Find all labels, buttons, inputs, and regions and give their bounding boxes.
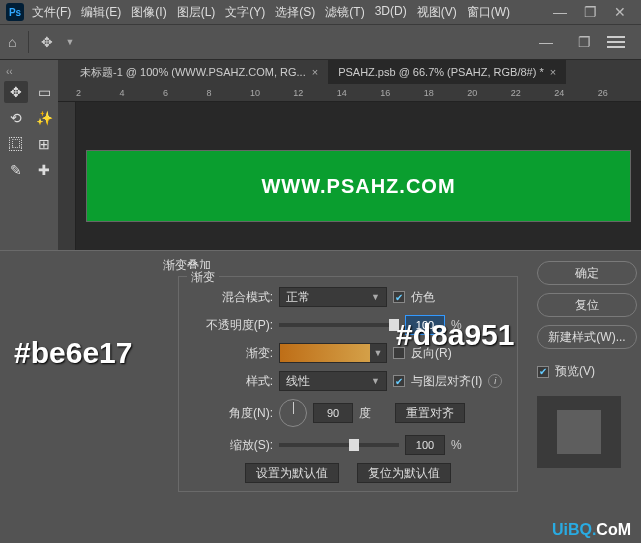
- move-tool[interactable]: ✥: [4, 81, 28, 103]
- new-style-button[interactable]: 新建样式(W)...: [537, 325, 637, 349]
- reset-default-button[interactable]: 复位为默认值: [357, 463, 451, 483]
- preview-label: 预览(V): [555, 363, 595, 380]
- menu-window[interactable]: 窗口(W): [467, 4, 510, 21]
- opacity-slider[interactable]: [279, 323, 399, 327]
- angle-input[interactable]: 90: [313, 403, 353, 423]
- minimize-button[interactable]: —: [545, 2, 575, 22]
- gradient-picker[interactable]: ▼: [279, 343, 387, 363]
- lasso-tool[interactable]: ⟲: [4, 107, 28, 129]
- collapse-icon[interactable]: ‹‹: [2, 64, 56, 79]
- maximize-button[interactable]: ❐: [575, 2, 605, 22]
- ruler-vertical: [58, 102, 76, 250]
- healing-tool[interactable]: ✚: [32, 159, 56, 181]
- cancel-button[interactable]: 复位: [537, 293, 637, 317]
- menu-bar: Ps 文件(F) 编辑(E) 图像(I) 图层(L) 文字(Y) 选择(S) 滤…: [0, 0, 641, 24]
- dither-label: 仿色: [411, 289, 435, 306]
- reverse-label: 反向(R): [411, 345, 452, 362]
- menu-select[interactable]: 选择(S): [275, 4, 315, 21]
- menu-edit[interactable]: 编辑(E): [81, 4, 121, 21]
- gradient-label: 渐变:: [191, 345, 273, 362]
- dialog-buttons: 确定 复位 新建样式(W)... ✔ 预览(V): [537, 261, 637, 468]
- set-default-button[interactable]: 设置为默认值: [245, 463, 339, 483]
- doc-restore-button[interactable]: ❐: [569, 32, 599, 52]
- percent-label: %: [451, 438, 462, 452]
- scale-label: 缩放(S):: [191, 437, 273, 454]
- doc-minimize-button[interactable]: —: [531, 32, 561, 52]
- magic-wand-tool[interactable]: ✨: [32, 107, 56, 129]
- chevron-down-icon: ▼: [371, 292, 380, 302]
- gradient-fieldset: 渐变 混合模式: 正常▼ ✔ 仿色 不透明度(P): 100 % 渐变: ▼ 反…: [178, 276, 518, 492]
- options-bar: ⌂ ✥ ▼ — ❐: [0, 24, 641, 60]
- document-tabs: 未标题-1 @ 100% (WWW.PSAHZ.COM, RG...× PSAH…: [58, 60, 641, 84]
- app-icon: Ps: [6, 3, 24, 21]
- move-tool-icon[interactable]: ✥: [41, 34, 53, 50]
- menu-image[interactable]: 图像(I): [131, 4, 166, 21]
- style-select[interactable]: 线性▼: [279, 371, 387, 391]
- marquee-tool[interactable]: ▭: [32, 81, 56, 103]
- scale-slider[interactable]: [279, 443, 399, 447]
- gradient-overlay-dialog: 渐变叠加 渐变 混合模式: 正常▼ ✔ 仿色 不透明度(P): 100 % 渐变…: [0, 250, 641, 543]
- eyedropper-tool[interactable]: ✎: [4, 159, 28, 181]
- tab-document-2[interactable]: PSAHZ.psb @ 66.7% (PSAHZ, RGB/8#) *×: [328, 60, 566, 84]
- opacity-label: 不透明度(P):: [191, 317, 273, 334]
- reset-align-button[interactable]: 重置对齐: [395, 403, 465, 423]
- canvas[interactable]: WWW.PSAHZ.COM: [76, 102, 641, 250]
- tab-document-1[interactable]: 未标题-1 @ 100% (WWW.PSAHZ.COM, RG...×: [70, 60, 328, 84]
- scale-input[interactable]: 100: [405, 435, 445, 455]
- home-icon[interactable]: ⌂: [8, 34, 16, 50]
- menu-layer[interactable]: 图层(L): [177, 4, 216, 21]
- panel-menu-icon[interactable]: [607, 41, 625, 43]
- ruler-horizontal: 2468101214161820222426: [58, 84, 641, 102]
- dither-checkbox[interactable]: ✔: [393, 291, 405, 303]
- menu-file[interactable]: 文件(F): [32, 4, 71, 21]
- reverse-checkbox[interactable]: [393, 347, 405, 359]
- menu-filter[interactable]: 滤镜(T): [325, 4, 364, 21]
- canvas-text: WWW.PSAHZ.COM: [261, 175, 455, 198]
- degree-label: 度: [359, 405, 371, 422]
- fieldset-legend: 渐变: [187, 269, 219, 286]
- main-menu: 文件(F) 编辑(E) 图像(I) 图层(L) 文字(Y) 选择(S) 滤镜(T…: [32, 4, 510, 21]
- blend-mode-select[interactable]: 正常▼: [279, 287, 387, 307]
- angle-dial[interactable]: [279, 399, 307, 427]
- canvas-content: WWW.PSAHZ.COM: [86, 150, 631, 222]
- crop-tool[interactable]: ⿴: [4, 133, 28, 155]
- menu-3d[interactable]: 3D(D): [375, 4, 407, 21]
- info-icon[interactable]: i: [488, 374, 502, 388]
- menu-type[interactable]: 文字(Y): [225, 4, 265, 21]
- window-controls: — ❐ ✕: [545, 2, 635, 22]
- menu-view[interactable]: 视图(V): [417, 4, 457, 21]
- preview-thumbnail: [537, 396, 621, 468]
- opacity-input[interactable]: 100: [405, 315, 445, 335]
- preview-checkbox[interactable]: ✔: [537, 366, 549, 378]
- close-icon[interactable]: ×: [550, 66, 556, 78]
- close-button[interactable]: ✕: [605, 2, 635, 22]
- align-label: 与图层对齐(I): [411, 373, 482, 390]
- style-label: 样式:: [191, 373, 273, 390]
- close-icon[interactable]: ×: [312, 66, 318, 78]
- align-checkbox[interactable]: ✔: [393, 375, 405, 387]
- chevron-down-icon: ▼: [371, 376, 380, 386]
- ok-button[interactable]: 确定: [537, 261, 637, 285]
- tool-panel: ‹‹ ✥ ▭ ⟲ ✨ ⿴ ⊞ ✎ ✚: [0, 60, 58, 250]
- frame-tool[interactable]: ⊞: [32, 133, 56, 155]
- angle-label: 角度(N):: [191, 405, 273, 422]
- blend-mode-label: 混合模式:: [191, 289, 273, 306]
- percent-label: %: [451, 318, 462, 332]
- chevron-down-icon: ▼: [370, 344, 386, 362]
- watermark: UiBQ.CoM: [552, 521, 631, 539]
